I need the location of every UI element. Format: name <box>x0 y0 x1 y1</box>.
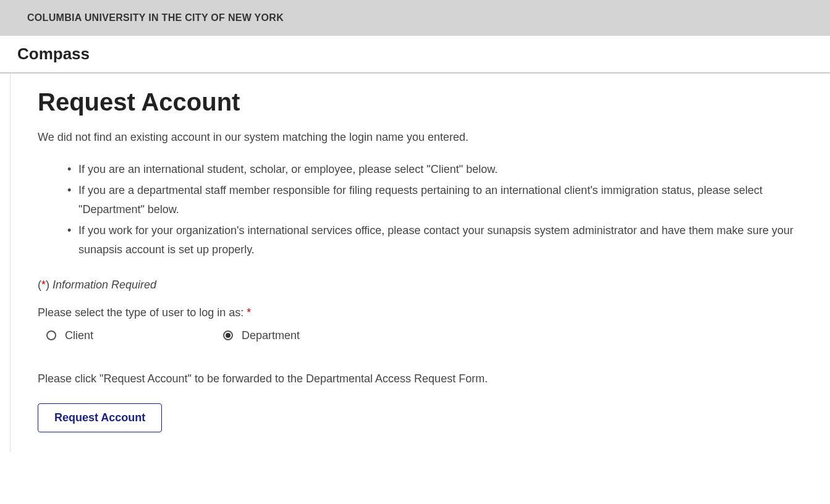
prompt-label-text: Please select the type of user to log in… <box>38 306 247 319</box>
radio-option-client[interactable]: Client <box>46 329 93 342</box>
intro-text: We did not find an existing account in o… <box>38 131 819 144</box>
radio-label: Client <box>65 329 93 342</box>
forward-instruction: Please click "Request Account" to be for… <box>38 371 507 387</box>
radio-icon <box>46 330 56 340</box>
org-banner: COLUMBIA UNIVERSITY IN THE CITY OF NEW Y… <box>0 0 830 36</box>
required-asterisk: * <box>41 279 46 291</box>
list-item: If you work for your organization's inte… <box>71 221 819 260</box>
radio-option-department[interactable]: Department <box>223 329 300 342</box>
radio-icon <box>223 330 233 340</box>
user-type-prompt: Please select the type of user to log in… <box>38 306 819 319</box>
main-content: Request Account We did not find an exist… <box>10 74 819 452</box>
prompt-required-asterisk: * <box>247 306 251 319</box>
required-note-text: Information Required <box>53 279 156 291</box>
request-account-button[interactable]: Request Account <box>38 403 162 432</box>
list-item: If you are an international student, sch… <box>71 160 819 180</box>
list-item: If you are a departmental staff member r… <box>71 181 819 220</box>
required-note-close: ) <box>46 279 53 291</box>
required-note: (*) Information Required <box>38 279 819 292</box>
app-title-bar: Compass <box>0 36 830 74</box>
bullet-list: If you are an international student, sch… <box>38 160 819 260</box>
radio-label: Department <box>242 329 300 342</box>
user-type-radio-group: Client Department <box>38 329 819 342</box>
page-heading: Request Account <box>38 88 819 116</box>
app-title: Compass <box>17 44 830 64</box>
org-name: COLUMBIA UNIVERSITY IN THE CITY OF NEW Y… <box>27 12 830 23</box>
